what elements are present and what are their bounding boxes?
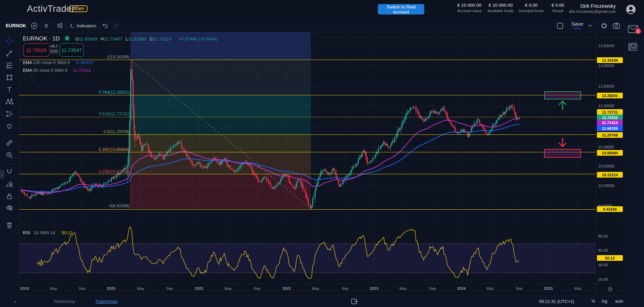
date-label: 2022 [282,286,291,290]
zoom-in-icon[interactable] [4,149,15,161]
date-label: 2019 [20,286,29,290]
redo-icon[interactable] [113,19,119,32]
demand-target-box[interactable] [544,149,581,158]
text-tool-icon[interactable] [4,84,15,95]
magnet-icon[interactable] [4,166,15,178]
date-label: May [312,286,319,290]
divider [53,22,53,29]
save-label: Save [571,21,583,27]
indicator-row[interactable]: EMA 100 close 0 SMA 911.66335 [23,60,93,65]
undo-icon[interactable] [102,19,108,32]
avatar[interactable] [626,4,636,14]
ask-button[interactable]: 11.73547 [60,43,84,57]
price-badge-yellow: 10.31214 [597,172,623,178]
bid-button[interactable]: 11.73110 [23,43,49,57]
indicator-row[interactable]: EMA 50 close 0 SMA 911.71413 [23,68,91,73]
fib-retracement-icon[interactable] [4,60,15,71]
stat-label: Result [549,9,566,13]
save-menu-chevron-icon[interactable] [588,19,592,32]
indicator-name: EMA [23,68,32,73]
user-info[interactable]: Dirk Friczewsky dirk.friczewsky@gmail.co… [569,3,616,13]
change-value: +0.07440 (+0.64%) [179,36,218,41]
mail-icon[interactable]: 1 [628,25,638,33]
geometric-shapes-icon[interactable] [4,72,15,83]
stat-available-funds: € 10 000.00Available funds [487,3,514,13]
news-icon[interactable] [628,42,638,51]
ohlc-key: O [75,36,79,41]
emoji-tool-icon[interactable] [4,120,15,132]
interval-button[interactable]: D [45,19,48,32]
symbol-button[interactable]: EURNOK [6,19,26,32]
price-axis-border [596,32,596,296]
horizontal-line-9.43166[interactable] [19,209,596,210]
price-tick: 11.00000 [598,145,614,149]
indicators-button[interactable]: ƒx Indicators [70,19,96,32]
horizontal-line-11.29708[interactable] [19,134,596,135]
price-badge-blue: 11.66335 [597,125,623,131]
legend-symbol[interactable]: EURNOK · 1D [23,35,60,42]
save-button[interactable]: Save Save [571,19,583,32]
go-to-date-icon[interactable] [351,298,358,305]
supply-target-box[interactable] [544,91,581,99]
indicator-params: 100 close 0 SMA 9 [32,60,70,65]
stat-result: € 0.00Result [549,3,566,13]
stat-label: Invested funds [518,9,544,13]
tradingview-link[interactable]: TradingView [95,299,117,304]
rsi-legend: RSI 14 SMA 14 50.12 [23,230,73,235]
lock-all-icon[interactable] [4,190,15,202]
pip-value: 0.01 [49,49,60,54]
ohlc-value: 11.65489 [79,36,98,41]
date-label: May [224,286,232,290]
xabcd-pattern-icon[interactable] [4,96,15,108]
horizontal-line-13.16249[interactable] [19,60,596,60]
drawing-tools-sidebar [0,32,20,296]
date-label: May [137,286,144,290]
stat-value: € 0.00 [549,3,566,8]
collapse-legend-button[interactable]: ⌃ [26,75,35,82]
ohlc-key: H [101,36,104,41]
settings-gear-icon[interactable] [601,19,608,32]
indicator-value: 11.71413 [73,68,91,73]
axis-settings-gear-icon[interactable] [607,286,613,292]
indicator-name: EMA [23,60,32,65]
trend-line-icon[interactable] [4,48,15,59]
log-scale-button[interactable]: log [602,299,607,304]
price-tick: 12.00000 [598,104,614,108]
date-label: Sep [166,286,173,290]
switch-to-real-account-button[interactable]: Switch to Real account [378,4,424,14]
horizontal-line-11.73731[interactable] [19,117,596,117]
ohlc-values: O11.65489H11.73407L11.62960C11.73110 [75,36,174,41]
ohlc-key: C [150,36,153,41]
time-axis-border [19,283,624,283]
horizontal-line-10.85684[interactable] [19,152,596,152]
price-badge-yellow: 11.73731 [597,109,623,115]
date-label: Sep [516,286,523,290]
ruler-icon[interactable] [4,137,15,149]
drawing-lock-icon[interactable] [4,178,15,190]
price-chart-canvas[interactable] [19,32,596,223]
chart-style-icon[interactable] [57,19,63,32]
auto-scale-button[interactable]: auto [615,299,623,304]
down-arrow-icon[interactable] [558,138,567,147]
collapse-left-panel-icon[interactable]: « [14,299,16,304]
divider [5,217,14,217]
pane-divider[interactable] [19,223,624,223]
stat-value: € 10 000.00 [487,3,514,8]
indicators-label: Indicators [77,23,97,28]
rsi-tick: 60.00 [598,248,608,252]
up-arrow-icon[interactable] [558,100,567,110]
expand-tools-tab[interactable]: › [0,170,4,179]
divider [596,22,597,29]
hide-drawings-icon[interactable] [4,203,15,214]
remove-drawings-icon[interactable] [4,219,15,231]
add-symbol-icon[interactable] [31,19,37,32]
horizontal-line-10.31214[interactable] [19,174,596,174]
forecast-tool-icon[interactable] [4,108,15,120]
percent-scale-button[interactable]: % [592,299,595,304]
horizontal-line-12.28201[interactable] [19,95,596,95]
crosshair-icon[interactable] [4,35,15,47]
price-badge-yellow: 11.29708 [597,132,623,138]
screenshot-camera-icon[interactable] [613,19,620,32]
layout-grid-icon[interactable] [557,19,563,32]
date-label: 2021 [195,286,204,290]
